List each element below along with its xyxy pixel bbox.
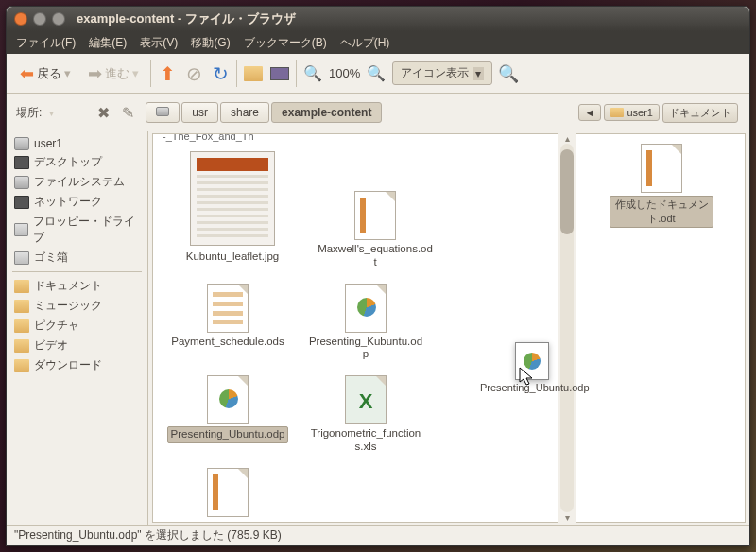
dropdown-icon[interactable]: ▾ (64, 66, 71, 80)
place-user1[interactable]: user1 (7, 135, 147, 152)
back-arrow-icon: ⬅ (20, 63, 34, 84)
maximize-icon[interactable] (52, 12, 65, 26)
odt-icon (207, 468, 249, 517)
location-label: 場所: (16, 105, 42, 121)
file-browser-window: example-content - ファイル・ブラウザ ファイル(F) 編集(E… (6, 6, 750, 546)
file-item-selected[interactable]: Presenting_Ubuntu.odp (166, 377, 289, 455)
zoom-out-icon[interactable]: 🔍 (302, 63, 323, 84)
main-area: user1 デスクトップ ファイルシステム ネットワーク フロッピー・ドライブ … (7, 131, 749, 525)
toolbar: ⬅ 戻る ▾ ➡ 進む ▾ ⬆ ⊘ ↻ 🔍 100% 🔍 アイコン表示 ▾ 🔍 (7, 54, 749, 94)
menu-go[interactable]: 移動(G) (187, 33, 233, 53)
separator (296, 60, 297, 87)
scroll-thumb[interactable] (560, 149, 574, 234)
zoom-level: 100% (329, 66, 360, 80)
odt-icon (354, 191, 396, 240)
status-text: "Presenting_Ubuntu.odp" を選択しました (785.9 K… (14, 527, 282, 543)
forward-arrow-icon: ➡ (88, 63, 102, 84)
forward-button: ➡ 進む ▾ (82, 60, 145, 87)
floppy-icon (14, 223, 28, 236)
odp-icon (345, 284, 387, 333)
separator (150, 60, 151, 87)
zoom-in-icon[interactable]: 🔍 (366, 63, 387, 84)
close-icon[interactable] (14, 12, 27, 26)
folder-icon (14, 319, 29, 333)
sidepane-crumb-user[interactable]: user1 (604, 104, 660, 121)
folder-icon (14, 300, 29, 313)
stop-icon: ⊘ (183, 63, 204, 84)
reload-icon[interactable]: ↻ (210, 63, 231, 84)
file-item[interactable]: Maxwell's_equations.odt (314, 193, 437, 270)
window-title: example-content - ファイル・ブラウザ (77, 10, 296, 27)
v-scrollbar[interactable]: ▴ ▾ (558, 131, 576, 525)
bookmark-pictures[interactable]: ピクチャ (7, 316, 147, 336)
separator (236, 60, 237, 87)
separator (12, 271, 142, 272)
ods-icon (207, 284, 249, 333)
menu-file[interactable]: ファイル(F) (12, 33, 79, 53)
cursor-icon (519, 367, 536, 388)
menu-view[interactable]: 表示(V) (136, 33, 181, 53)
crumb-usr[interactable]: usr (181, 102, 218, 123)
crumb-share[interactable]: share (220, 102, 269, 123)
crumb-current[interactable]: example-content (271, 102, 382, 123)
menu-help[interactable]: ヘルプ(H) (336, 33, 394, 53)
dropdown-icon: ▾ (132, 66, 139, 80)
search-icon[interactable]: 🔍 (498, 63, 519, 84)
menu-edit[interactable]: 編集(E) (85, 33, 130, 53)
status-bar: "Presenting_Ubuntu.odp" を選択しました (785.9 K… (7, 525, 749, 545)
sidepane-path: ◄ user1 ドキュメント (576, 99, 740, 126)
menubar: ファイル(F) 編集(E) 表示(V) 移動(G) ブックマーク(B) ヘルプ(… (7, 31, 749, 54)
chevron-down-icon: ▾ (472, 67, 484, 80)
xls-icon (345, 375, 387, 424)
place-floppy[interactable]: フロッピー・ドライブ (7, 212, 147, 248)
edit-location-icon[interactable]: ✎ (117, 102, 138, 123)
home-icon[interactable] (243, 63, 264, 84)
back-button[interactable]: ⬅ 戻る ▾ (14, 60, 77, 87)
bookmark-music[interactable]: ミュージック (7, 296, 147, 316)
sidepane-file[interactable]: 作成したドキュメント.odt (610, 144, 713, 228)
folder-icon (14, 280, 29, 293)
minimize-icon[interactable] (33, 12, 46, 26)
disk-icon (14, 176, 29, 189)
bookmark-videos[interactable]: ビデオ (7, 336, 147, 355)
menu-bookmarks[interactable]: ブックマーク(B) (240, 33, 331, 53)
file-item[interactable]: Welcome_to_Ubuntu.odt (166, 470, 289, 523)
truncated-label: -_The_Fox_and_Th (163, 133, 254, 142)
computer-icon[interactable] (269, 63, 290, 84)
odt-icon (641, 144, 682, 193)
sidepane-crumb-docs[interactable]: ドキュメント (662, 103, 738, 123)
breadcrumb: usr share example-content (146, 102, 382, 123)
desktop-icon (14, 156, 29, 169)
place-network[interactable]: ネットワーク (7, 192, 147, 212)
odp-icon (207, 375, 249, 424)
folder-icon (14, 339, 29, 353)
crumb-home[interactable] (146, 102, 180, 123)
file-item[interactable]: Presenting_Kubuntu.odp (304, 285, 427, 363)
scroll-down-icon[interactable]: ▾ (565, 512, 570, 523)
image-thumb-icon (190, 151, 275, 246)
bookmark-downloads[interactable]: ダウンロード (7, 355, 147, 375)
location-bar: 場所: ▾ ✖ ✎ usr share example-content ◄ us… (7, 94, 749, 131)
titlebar[interactable]: example-content - ファイル・ブラウザ (7, 7, 749, 31)
trash-icon (14, 251, 29, 265)
network-icon (14, 196, 29, 209)
scroll-up-icon[interactable]: ▴ (565, 133, 570, 144)
place-trash[interactable]: ゴミ箱 (7, 248, 147, 267)
sidepane-body[interactable]: 作成したドキュメント.odt (576, 133, 746, 523)
chevron-down-icon[interactable]: ▾ (49, 108, 54, 118)
place-desktop[interactable]: デスクトップ (7, 152, 147, 172)
place-filesystem[interactable]: ファイルシステム (7, 172, 147, 192)
side-pane: 作成したドキュメント.odt (576, 133, 746, 523)
content-area: -_The_Fox_and_Th Kubuntu_leaflet.jpg Max… (148, 131, 749, 525)
sidepane-back-button[interactable]: ◄ (578, 104, 602, 121)
up-icon[interactable]: ⬆ (157, 63, 178, 84)
file-item[interactable]: Trigonometric_functions.xls (304, 377, 427, 455)
file-item[interactable]: Kubuntu_leaflet.jpg (166, 151, 299, 270)
disk-icon (14, 137, 29, 150)
file-view[interactable]: -_The_Fox_and_Th Kubuntu_leaflet.jpg Max… (152, 133, 558, 523)
scroll-track[interactable] (560, 144, 574, 512)
view-mode-select[interactable]: アイコン表示 ▾ (392, 61, 492, 85)
clear-location-button[interactable]: ✖ (97, 104, 110, 122)
bookmark-documents[interactable]: ドキュメント (7, 276, 147, 296)
file-item[interactable]: Payment_schedule.ods (166, 285, 289, 363)
